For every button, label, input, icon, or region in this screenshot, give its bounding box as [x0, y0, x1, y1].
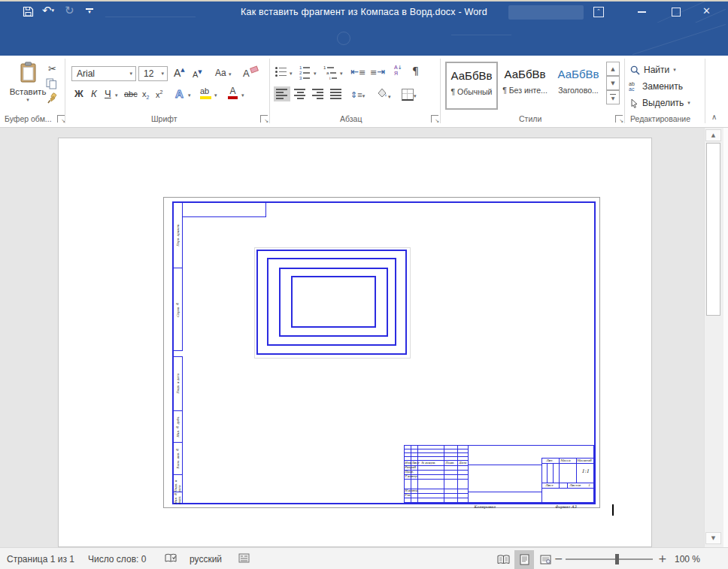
proofing-status[interactable] [165, 553, 177, 566]
ribbon-display-options-button[interactable]: ⌃ [593, 7, 604, 17]
title-block-line [553, 463, 554, 483]
bold-button[interactable]: Ж [74, 88, 83, 99]
styles-dialog-launcher[interactable]: ↘ [615, 115, 623, 123]
increase-indent-button[interactable]: ≡⇥ [370, 66, 385, 77]
styles-more-button[interactable]: ▼ [606, 90, 620, 104]
borders-button[interactable]: ▾ [402, 87, 417, 101]
underline-dropdown[interactable]: ▾ [115, 92, 118, 98]
format-painter-icon [47, 92, 58, 104]
sort-button[interactable]: А↓ Я [394, 65, 406, 78]
zoom-out-button[interactable]: − [554, 552, 563, 564]
style-heading1[interactable]: АаБбВв Заголово... [554, 62, 603, 107]
font-color-button[interactable]: А [228, 86, 238, 99]
tb-label: Утв. [405, 494, 411, 497]
numbering-button[interactable]: 1 2 3 [299, 65, 313, 77]
shading-button[interactable]: ▾ [376, 87, 391, 101]
print-layout-icon [520, 554, 529, 565]
clipboard-dialog-launcher[interactable]: ↘ [57, 115, 65, 123]
margin-label: Справ. № [173, 268, 182, 351]
scroll-down-button[interactable]: ▼ [705, 532, 721, 544]
zoom-level[interactable]: 100 % [675, 554, 700, 564]
italic-button[interactable]: К [91, 88, 97, 99]
align-center-button[interactable] [292, 86, 308, 101]
kompas-drawing-object[interactable]: Перв. примен. Справ. № Подп. и дата Инв.… [163, 197, 600, 508]
collapse-ribbon-button[interactable]: ∧ [711, 113, 717, 121]
clear-formatting-button[interactable]: А [243, 67, 258, 79]
strikethrough-button[interactable]: abc [124, 89, 138, 98]
cut-button[interactable]: ✂ [48, 63, 56, 74]
scrollbar-thumb[interactable] [706, 143, 720, 316]
font-name-combobox[interactable]: Arial▾ [71, 66, 136, 81]
highlight-dropdown[interactable]: ▾ [214, 92, 217, 98]
search-icon [630, 65, 640, 75]
scroll-up-button[interactable]: ▲ [705, 129, 721, 141]
close-button[interactable]: ✕ [702, 7, 711, 16]
subscript-button[interactable]: x2 [142, 89, 149, 100]
maximize-button[interactable] [672, 8, 681, 17]
document-area: Перв. примен. Справ. № Подп. и дата Инв.… [0, 128, 728, 547]
numbering-dropdown[interactable]: ▾ [314, 71, 317, 77]
language-indicator[interactable]: русский [190, 554, 222, 564]
select-button[interactable]: Выделить▾ [630, 98, 690, 108]
styles-scroll-down[interactable]: ▼ [606, 76, 620, 90]
text-effects-button[interactable]: А [175, 87, 184, 100]
style-normal[interactable]: АаБбВв ¶ Обычный [445, 62, 498, 110]
margin-label: Подп. и дата [173, 474, 182, 492]
zoom-in-button[interactable]: + [658, 552, 667, 564]
align-left-button[interactable] [274, 86, 290, 101]
tb-label: Изм [405, 462, 411, 465]
bullets-dropdown[interactable]: ▾ [290, 71, 293, 77]
eraser-icon [250, 66, 259, 74]
tb-label: № докум. [421, 462, 435, 465]
proofing-book-icon [165, 553, 177, 564]
justify-button[interactable] [328, 86, 344, 101]
margin-label: Взам. инв. № [173, 442, 182, 475]
zoom-slider-track[interactable] [566, 558, 653, 560]
bullets-button[interactable] [275, 67, 287, 77]
minimize-button[interactable] [638, 11, 646, 13]
pilcrow-button[interactable]: ¶ [412, 65, 419, 77]
paint-bucket-icon [376, 87, 388, 98]
decoration-line [632, 24, 726, 55]
text-effects-dropdown[interactable]: ▾ [188, 92, 191, 98]
style-no-spacing[interactable]: АаБбВв ¶ Без инте... [499, 62, 551, 107]
word-count[interactable]: Число слов: 0 [88, 554, 146, 564]
zoom-slider-thumb[interactable] [615, 554, 619, 564]
font-color-dropdown[interactable]: ▾ [241, 92, 244, 98]
copy-button[interactable] [46, 78, 57, 92]
align-right-button[interactable] [310, 86, 326, 101]
read-mode-button[interactable] [493, 550, 513, 569]
font-dialog-launcher[interactable]: ↘ [260, 115, 268, 123]
tb-label: Лист [411, 462, 419, 465]
find-button[interactable]: Найти▾ [630, 65, 676, 75]
multilevel-list-button[interactable]: 1 а i [323, 65, 338, 77]
decrease-indent-button[interactable]: ⇤≡ [350, 66, 366, 77]
title-bar: ↶▾ ↻ ▾ Как вставить фрагмент из Компаса … [0, 2, 728, 23]
line-spacing-button[interactable]: ⇕≡▾ [350, 87, 365, 101]
font-size-combobox[interactable]: 12▾ [138, 66, 168, 81]
tb-scale-value: 1:1 [581, 469, 589, 474]
tb-label: Листов [569, 484, 581, 487]
macro-indicator[interactable] [238, 553, 250, 565]
change-case-button[interactable]: Aa ▾ [215, 68, 232, 78]
styles-scroll-up[interactable]: ▲ [606, 62, 620, 76]
tb-label: Подп. [445, 462, 454, 465]
web-layout-icon [540, 555, 551, 564]
window-edge [723, 128, 728, 547]
grow-font-button[interactable]: А▲ [174, 67, 185, 79]
multilevel-dropdown[interactable]: ▾ [340, 71, 343, 77]
format-painter-button[interactable] [47, 92, 58, 107]
document-page[interactable]: Перв. примен. Справ. № Подп. и дата Инв.… [58, 138, 652, 547]
shrink-font-button[interactable]: А▼ [193, 69, 202, 79]
editing-group-label: Редактирование [630, 114, 690, 123]
text-highlight-button[interactable]: ab [200, 87, 211, 99]
underline-button[interactable]: Ч [105, 88, 111, 99]
superscript-button[interactable]: x2 [156, 89, 162, 99]
replace-button[interactable]: ab ac Заменить [629, 81, 683, 92]
page-indicator[interactable]: Страница 1 из 1 [7, 554, 74, 564]
paragraph-dialog-launcher[interactable]: ↘ [431, 115, 438, 123]
web-layout-button[interactable] [535, 550, 555, 569]
title-block-line [468, 492, 541, 492]
paste-button[interactable]: Вставить ▾ [9, 60, 47, 114]
print-layout-button[interactable] [514, 550, 534, 569]
